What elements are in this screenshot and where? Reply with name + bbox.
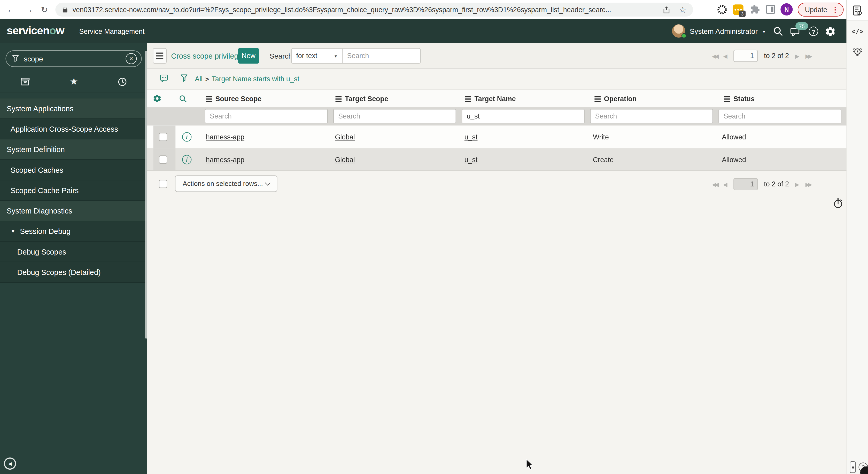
column-menu-icon [594, 96, 601, 101]
column-header-target-name[interactable]: Target Name [460, 90, 589, 108]
list-title-link[interactable]: Cross scope privileges [171, 43, 246, 69]
new-record-button[interactable]: New [238, 48, 259, 64]
sidebar-section-system-definition[interactable]: System Definition [0, 139, 147, 160]
column-header-source-scope[interactable]: Source Scope [200, 90, 330, 108]
row-checkbox[interactable] [159, 133, 167, 141]
cell-status: Allowed [722, 148, 746, 171]
actions-dropdown[interactable]: Actions on selected rows... [175, 175, 277, 192]
collapse-sidebar-button[interactable]: ◀ [4, 458, 16, 470]
browser-refresh-button[interactable]: ↻ [41, 0, 48, 20]
address-bar[interactable]: ven03172.service-now.com/nav_to.do?uri=%… [55, 3, 693, 17]
sidebar-subsection-session-debug[interactable]: ▼Session Debug [0, 221, 147, 242]
response-time-icon[interactable] [833, 198, 844, 211]
table-header-row: Source Scope Target Scope Target Name Op… [147, 89, 846, 107]
settings-gear-icon[interactable] [825, 20, 836, 43]
browser-menu-dots-icon[interactable]: ⋮ [832, 5, 839, 14]
previous-page-button[interactable]: ◀ [723, 53, 727, 59]
column-header-target-scope[interactable]: Target Scope [330, 90, 459, 108]
cell-source-scope-link[interactable]: harness-app [206, 126, 244, 148]
filter-source-scope-input[interactable] [205, 109, 328, 124]
mouse-cursor [526, 459, 534, 472]
breadcrumb-filter-link[interactable]: Target Name starts with u_st [212, 75, 299, 82]
breadcrumb: All > Target Name starts with u_st [195, 69, 299, 89]
next-page-button[interactable]: ▶ [795, 53, 800, 59]
list-personalize-gear-icon[interactable] [153, 94, 161, 105]
cell-target-name-link[interactable]: u_st [464, 126, 478, 148]
servicenow-logo[interactable]: servicenow [7, 24, 64, 37]
page-number-input[interactable] [734, 50, 758, 62]
column-search-toggle-icon[interactable] [179, 95, 187, 105]
sidebar-item-debug-scopes[interactable]: Debug Scopes [0, 242, 147, 262]
list-footer-row: Actions on selected rows... ◀◀ ◀ to 2 of… [147, 171, 846, 198]
next-page-button[interactable]: ▶ [795, 181, 800, 188]
list-view: Cross scope privileges New Search for te… [147, 43, 846, 474]
filter-operation-input[interactable] [590, 109, 713, 124]
code-panel-icon[interactable]: </> [847, 28, 868, 35]
page-number-input[interactable] [734, 178, 758, 190]
last-page-button[interactable]: ▶▶ [805, 181, 811, 188]
chevron-down-icon [265, 180, 270, 185]
bookmark-star-icon[interactable]: ☆ [679, 5, 686, 15]
global-search-icon[interactable] [773, 20, 783, 43]
row-checkbox[interactable] [159, 156, 167, 164]
user-avatar[interactable] [672, 24, 685, 37]
notification-badge: 75 [796, 22, 808, 30]
first-page-button[interactable]: ◀◀ [712, 181, 717, 188]
column-header-status[interactable]: Status [718, 90, 848, 108]
list-comments-icon[interactable] [159, 74, 169, 85]
list-context-menu-button[interactable] [153, 48, 167, 64]
row-range-label: to 2 of 2 [764, 52, 789, 60]
cell-target-scope-link[interactable]: Global [335, 126, 355, 148]
cell-source-scope-link[interactable]: harness-app [206, 148, 244, 171]
sidebar-item-scoped-caches[interactable]: Scoped Caches [0, 160, 147, 180]
pagination-bottom: ◀◀ ◀ to 2 of 2 ▶ ▶▶ [712, 171, 811, 198]
sidebar-scrollbar[interactable] [145, 51, 147, 338]
first-page-button[interactable]: ◀◀ [712, 53, 717, 59]
record-info-icon[interactable]: i [182, 132, 191, 141]
navigator-filter-input[interactable]: scope ✕ [5, 50, 142, 67]
sidebar-item-application-cross-scope-access[interactable]: Application Cross-Scope Access [0, 119, 147, 139]
chrome-update-button[interactable]: Update ⋮ [798, 3, 844, 17]
favorites-tab-icon[interactable]: ★ [70, 76, 78, 88]
side-panel-icon[interactable] [766, 5, 775, 14]
filter-icon[interactable] [180, 74, 188, 85]
sidebar-section-system-diagnostics[interactable]: System Diagnostics [0, 201, 147, 221]
browser-profile-avatar[interactable]: N [780, 3, 793, 15]
extensions-puzzle-icon[interactable] [750, 4, 760, 16]
sidebar-item-scoped-cache-pairs[interactable]: Scoped Cache Pairs [0, 180, 147, 201]
user-menu[interactable]: System Administrator ▾ [690, 20, 765, 43]
filter-status-input[interactable] [718, 109, 841, 124]
list-search-input[interactable] [343, 49, 420, 63]
search-type-select[interactable]: for text ▼ [292, 49, 343, 63]
filter-target-name-input[interactable] [462, 109, 585, 124]
history-tab-icon[interactable] [118, 77, 128, 87]
cell-target-name-link[interactable]: u_st [464, 148, 478, 171]
previous-page-button[interactable]: ◀ [723, 181, 727, 188]
navigator-menu: System Applications Application Cross-Sc… [0, 98, 147, 283]
reader-extension-icon[interactable] [847, 0, 868, 21]
idea-bulb-icon[interactable] [847, 46, 868, 59]
clear-filter-icon[interactable]: ✕ [126, 53, 137, 64]
browser-back-button[interactable]: ← [7, 0, 16, 20]
recorder-extension-icon[interactable] [717, 4, 727, 17]
help-icon[interactable]: ? [809, 20, 818, 43]
product-title: Service Management [79, 20, 145, 43]
filter-target-scope-input[interactable] [333, 109, 456, 124]
search-label: Search [270, 43, 292, 69]
last-page-button[interactable]: ▶▶ [805, 53, 811, 59]
sidebar-item-debug-scopes-detailed[interactable]: Debug Scopes (Detailed) [0, 262, 147, 283]
extension-side-strip: </> ? [846, 0, 868, 474]
presence-dot [681, 33, 686, 38]
breadcrumb-all-link[interactable]: All [195, 75, 203, 82]
share-icon[interactable] [662, 5, 670, 14]
select-all-checkbox[interactable] [159, 180, 167, 188]
column-menu-icon [724, 96, 730, 101]
panel-scroll-handle[interactable] [850, 461, 856, 473]
column-header-operation[interactable]: Operation [589, 90, 718, 108]
record-info-icon[interactable]: i [182, 155, 191, 164]
browser-forward-button[interactable]: → [24, 0, 33, 20]
all-applications-tab-icon[interactable] [20, 76, 30, 87]
cell-target-scope-link[interactable]: Global [335, 148, 355, 171]
sidebar-section-system-applications[interactable]: System Applications [0, 98, 147, 119]
url-text: ven03172.service-now.com/nav_to.do?uri=%… [72, 6, 662, 13]
